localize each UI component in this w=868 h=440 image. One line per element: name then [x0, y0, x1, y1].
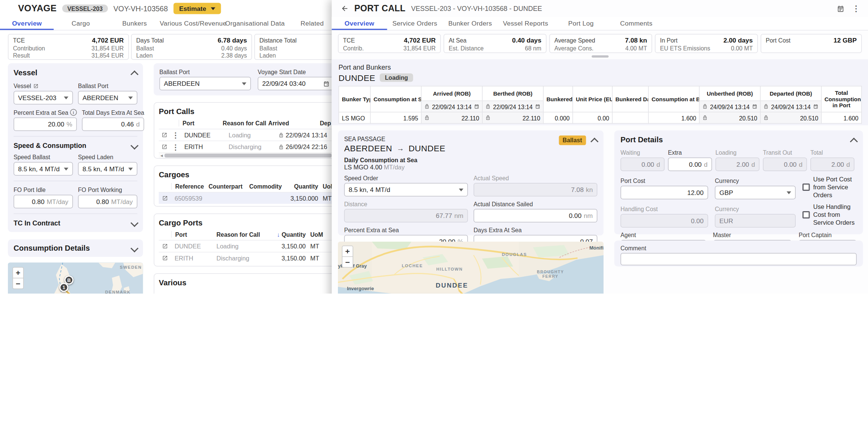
tab-vessel-reports[interactable]: Vessel Reports [498, 17, 553, 30]
col-consumption-at-sea: Consumption at Sea [370, 86, 421, 112]
tab-comments[interactable]: Comments [609, 17, 664, 30]
map-zoom-in-button[interactable]: + [342, 246, 353, 257]
tab-organisational-data[interactable]: Organisational Data [225, 17, 285, 30]
tab-various-cost-revenue[interactable]: Various Cost/Revenue [162, 17, 225, 30]
unberthed-date-cell[interactable]: 24/09/24 13:14 [699, 101, 760, 112]
berthed-date-cell[interactable]: 22/09/24 13:14 [482, 101, 543, 112]
expand-icon[interactable] [130, 244, 138, 252]
calendar-icon[interactable] [535, 104, 541, 109]
tab-overview[interactable]: Overview [0, 17, 54, 30]
extra-label: Extra [668, 149, 712, 156]
tab-overview[interactable]: Overview [332, 17, 387, 30]
open-in-new-icon[interactable] [159, 195, 171, 201]
open-in-new-icon[interactable] [159, 132, 170, 138]
stat-at-sea: At Sea0.40 days Est. Distance68 nm [444, 34, 547, 53]
speed-laden-select[interactable]: 8.5 kn, 4 MT/d [78, 162, 138, 176]
map-marker-1[interactable]: 1 [60, 283, 69, 292]
extra-input[interactable]: 0.00d [668, 158, 712, 171]
col-quantity-sorted[interactable]: ↓ Quantity [269, 231, 306, 238]
speed-ballast-select[interactable]: 8.5 kn, 4 MT/d [14, 162, 73, 176]
speed-ballast-label: Speed Ballast [14, 154, 73, 160]
use-handling-cost-checkbox[interactable] [802, 212, 810, 219]
tab-service-orders[interactable]: Service Orders [387, 17, 443, 30]
vessel-card-title: Vessel [14, 69, 37, 77]
calendar-icon[interactable] [752, 104, 758, 109]
ballast-port-label: Ballast Port [78, 82, 138, 89]
map-zoom-out-button[interactable]: − [342, 256, 353, 268]
cargo-row[interactable]: 65059539 3,150.000 MT [159, 192, 340, 204]
tab-bunker-orders[interactable]: Bunker Orders [443, 17, 498, 30]
back-arrow-icon[interactable] [341, 5, 349, 12]
horizontal-scrollbar[interactable]: ◄ [159, 152, 340, 158]
waiting-label: Waiting [620, 149, 665, 156]
calendar-icon[interactable] [813, 104, 819, 109]
stats-scrollbar-thumb[interactable] [592, 55, 609, 58]
actual-distance-input[interactable]: 0.00nm [474, 209, 598, 222]
fo-port-working-input[interactable]: 0.80MT/day [78, 195, 138, 209]
open-in-new-icon[interactable] [159, 244, 171, 249]
open-in-new-icon[interactable] [33, 83, 38, 88]
open-in-new-icon[interactable] [159, 144, 170, 150]
voyage-route-map[interactable]: SWEDEN DENMARK UNITED KINGDOM IRELAND NE… [8, 263, 143, 294]
port-captain-label: Port Captain [799, 231, 857, 238]
info-icon [70, 109, 77, 116]
tab-cargo[interactable]: Cargo [54, 17, 108, 30]
expand-icon[interactable] [130, 142, 138, 149]
calendar-icon[interactable] [323, 81, 330, 87]
port-cost-input[interactable]: 12.00 [620, 186, 708, 199]
cargo-port-row[interactable]: ERITH Discharging 3,150.00 MT [159, 252, 340, 264]
map-label-monifieth: Monifie [590, 245, 604, 251]
col-bunker-types: Bunker Types [339, 86, 370, 112]
calendar-icon[interactable] [837, 5, 845, 12]
voyage-start-date-input[interactable]: 22/09/24 03:40 [258, 77, 334, 90]
currency-label: Currency [715, 177, 796, 184]
port-details-title: Port Details [620, 136, 663, 144]
more-menu-icon[interactable]: ⋮ [852, 5, 860, 12]
departed-date-cell[interactable]: 24/09/24 13:14 [760, 101, 821, 112]
calendar-icon[interactable] [474, 104, 480, 109]
col-commodity: Commodity [249, 183, 283, 190]
speed-laden-label: Speed Laden [78, 154, 138, 160]
cargoes-title: Cargoes [159, 171, 340, 179]
collapse-icon[interactable] [850, 137, 858, 145]
chevron-down-icon [787, 191, 791, 194]
ballast-port-select[interactable]: ABERDEEN [159, 77, 251, 90]
port-call-row[interactable]: ⋮ DUNDEE Loading 22/09/24 13:14 [159, 129, 340, 141]
tab-port-log[interactable]: Port Log [553, 17, 609, 30]
row-menu-icon[interactable]: ⋮ [170, 143, 181, 151]
port-call-map[interactable]: ykes of Gray LOCHEE HILLTOWN DOUGLAS BRO… [338, 242, 604, 294]
expand-icon[interactable] [130, 219, 138, 227]
use-port-cost-checkbox[interactable] [802, 184, 810, 191]
percent-extra-input[interactable]: 20.00% [14, 117, 77, 131]
col-unit-price: Unit Price (EUR) [573, 86, 612, 112]
fo-port-idle-input[interactable]: 0.80MT/day [14, 195, 73, 209]
voyage-title: VOYAGE [18, 3, 57, 14]
ballast-port-label: Ballast Port [159, 69, 251, 75]
vessel-select[interactable]: VESSEL-203 [14, 91, 73, 105]
scroll-left-icon[interactable]: ◄ [159, 154, 165, 158]
estimate-button[interactable]: Estimate [174, 3, 221, 14]
map-label-invergowrie: Invergowrie [347, 286, 374, 291]
open-in-new-icon[interactable] [159, 255, 171, 261]
row-menu-icon[interactable]: ⋮ [170, 131, 181, 139]
bunker-row[interactable]: LS MGO 1.595 22.110 22.110 0.000 0.00 1.… [339, 112, 862, 123]
cargoes-card: Cargoes Reference Counterpart Commodity … [154, 166, 340, 207]
bunkered-date-empty-cell[interactable] [612, 112, 648, 123]
comment-input[interactable] [620, 253, 857, 265]
cargo-port-row[interactable]: DUNDEE Loading 3,150.00 MT [159, 240, 340, 252]
collapse-icon[interactable] [590, 138, 598, 146]
map-zoom-out-button[interactable]: − [12, 278, 24, 289]
total-days-extra-input[interactable]: 0.46d [82, 117, 144, 131]
port-call-row[interactable]: ⋮ ERITH Discharging 26/09/24 22:16 [159, 141, 340, 153]
arrived-date-cell[interactable]: 22/09/24 13:14 [421, 101, 482, 112]
col-departed-rob: Departed (ROB) [760, 86, 821, 101]
tab-bunkers[interactable]: Bunkers [108, 17, 162, 30]
ballast-port-select[interactable]: ABERDEEN [78, 91, 138, 105]
speed-order-select[interactable]: 8.5 kn, 4 MT/d [344, 183, 468, 196]
map-zoom-in-button[interactable]: + [12, 267, 24, 279]
tab-related[interactable]: Related [285, 17, 339, 30]
currency-select[interactable]: GBP [715, 186, 796, 199]
chevron-down-icon [242, 82, 246, 85]
map-graphic [338, 242, 604, 294]
collapse-icon[interactable] [130, 70, 138, 78]
